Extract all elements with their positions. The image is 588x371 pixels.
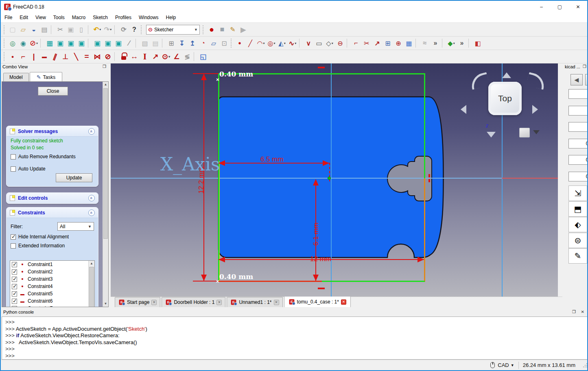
kicad-tool-button[interactable]: ✎ bbox=[568, 248, 587, 264]
sketch-edge-bottom-left[interactable] bbox=[218, 281, 322, 282]
kicad-value-field[interactable] bbox=[568, 172, 588, 181]
fillet-icon[interactable] bbox=[351, 38, 361, 48]
constraints-header[interactable]: Constraints « bbox=[7, 207, 98, 218]
bspline-tools-icon[interactable] bbox=[420, 38, 430, 48]
close-tab-icon[interactable]: ✕ bbox=[216, 300, 222, 305]
constraint-row[interactable]: Constraint4 bbox=[10, 283, 94, 290]
sketch-edge-right-upper[interactable] bbox=[424, 73, 425, 178]
draw-style-icon[interactable] bbox=[29, 38, 39, 48]
virtual-space-icon[interactable] bbox=[473, 38, 483, 48]
trim-icon[interactable] bbox=[362, 38, 372, 48]
toolbar-grip[interactable] bbox=[141, 25, 143, 34]
perpendicular-icon[interactable] bbox=[61, 51, 70, 62]
undo-icon[interactable] bbox=[92, 24, 102, 35]
toolbar-grip[interactable] bbox=[203, 25, 205, 34]
view-bottom-icon[interactable] bbox=[103, 38, 113, 48]
dim-top-offset-label[interactable]: 0.40 mm bbox=[219, 70, 253, 78]
paste-icon[interactable] bbox=[77, 24, 86, 35]
toolbar-grip[interactable] bbox=[4, 52, 6, 61]
kicad-tool-button[interactable]: ⬖ bbox=[568, 217, 587, 232]
nav-up-icon[interactable] bbox=[502, 72, 511, 78]
open-icon[interactable] bbox=[18, 24, 28, 35]
dim-61-label[interactable]: 6.1 mm bbox=[312, 223, 320, 246]
menu-item[interactable]: Windows bbox=[135, 13, 162, 22]
arc-icon[interactable] bbox=[256, 38, 266, 48]
origin-point[interactable] bbox=[328, 177, 331, 180]
run-macro-icon[interactable] bbox=[238, 24, 248, 35]
scroll-down-icon[interactable]: ▼ bbox=[103, 301, 108, 307]
rectangle-icon[interactable] bbox=[314, 38, 324, 48]
h-distance-icon[interactable] bbox=[129, 51, 139, 62]
menu-item[interactable]: View bbox=[32, 13, 50, 22]
lock-icon[interactable] bbox=[119, 51, 129, 62]
cut-icon[interactable] bbox=[55, 24, 65, 35]
nav-left-icon[interactable] bbox=[461, 105, 466, 114]
close-tab-icon[interactable]: ✕ bbox=[151, 300, 157, 305]
scroll-up-icon[interactable]: ▲ bbox=[103, 82, 108, 87]
document-tab[interactable]: F Doorbell Holder : 1 ✕ bbox=[162, 297, 225, 307]
scrollbar-thumb[interactable] bbox=[89, 267, 94, 307]
kicad-tool-button[interactable]: ⇲ bbox=[568, 186, 587, 201]
filter-select[interactable]: All ▼ bbox=[57, 222, 94, 231]
kicad-tool-button[interactable]: ⬒ bbox=[568, 201, 587, 217]
document-tab[interactable]: F Start page ✕ bbox=[115, 297, 160, 307]
document-tab[interactable]: F tomu_0.4_case : 1* ✕ bbox=[284, 296, 351, 307]
radius-icon[interactable] bbox=[161, 51, 171, 62]
symmetric-icon[interactable] bbox=[92, 51, 102, 62]
polygon-icon[interactable] bbox=[325, 38, 334, 48]
menu-item[interactable]: Macro bbox=[68, 13, 89, 22]
resize-grip[interactable] bbox=[583, 363, 588, 368]
sketch-new-icon[interactable] bbox=[166, 38, 176, 48]
constraint-checkbox[interactable] bbox=[12, 262, 17, 267]
tab-tasks[interactable]: ✎ Tasks bbox=[30, 72, 63, 82]
vertical-icon[interactable] bbox=[29, 51, 39, 62]
print-icon[interactable] bbox=[39, 24, 49, 35]
float-panel-icon[interactable]: ❐ bbox=[583, 64, 588, 70]
nav-cube-top-face[interactable]: Top bbox=[488, 82, 522, 115]
part-box-icon[interactable] bbox=[140, 38, 150, 48]
menu-item[interactable]: Profiles bbox=[111, 13, 135, 22]
window-control-button[interactable]: – bbox=[532, 1, 551, 13]
fit-selection-icon[interactable] bbox=[18, 38, 28, 48]
menu-item[interactable]: Help bbox=[162, 13, 180, 22]
auto-remove-redundants-checkbox[interactable] bbox=[11, 154, 16, 159]
measure-icon[interactable] bbox=[124, 38, 134, 48]
close-button[interactable]: Close bbox=[38, 87, 68, 96]
construction-mode-icon[interactable] bbox=[404, 38, 414, 48]
kicad-tool-button[interactable]: ⊜ bbox=[568, 233, 587, 248]
3d-viewport[interactable]: 12.2 mm 6.5 mm 6.1 mm 12 mm 0.40 mm bbox=[111, 63, 558, 297]
part-folder-icon[interactable] bbox=[151, 38, 160, 48]
block-icon[interactable] bbox=[103, 51, 113, 62]
extend-icon[interactable] bbox=[372, 38, 382, 48]
kicad-value-field[interactable] bbox=[568, 89, 588, 99]
expand-more-icon[interactable] bbox=[431, 38, 440, 48]
constraint-checkbox[interactable] bbox=[12, 299, 17, 304]
view-rear-icon[interactable] bbox=[92, 38, 102, 48]
panel-buttons[interactable]: ❐ ✕ bbox=[572, 310, 586, 315]
menu-item[interactable]: Edit bbox=[16, 13, 32, 22]
nav-right-icon[interactable] bbox=[532, 105, 538, 114]
line-icon[interactable] bbox=[245, 38, 255, 48]
document-tab[interactable]: F Unnamed1 : 1* ✕ bbox=[227, 297, 282, 307]
toolbar-grip[interactable] bbox=[4, 25, 6, 34]
menu-item[interactable]: Tools bbox=[50, 13, 68, 22]
x-axis-label[interactable]: X_Axis bbox=[160, 154, 220, 175]
sketch-view-icon[interactable] bbox=[188, 38, 197, 48]
sketch-edge-right-lower[interactable] bbox=[424, 178, 425, 282]
scroll-up-icon[interactable]: ▲ bbox=[89, 261, 94, 266]
dim-65-label[interactable]: 6.5 mm bbox=[260, 155, 284, 164]
view-right-icon[interactable] bbox=[77, 38, 86, 48]
constraint-row[interactable]: Constraint1 bbox=[10, 261, 94, 268]
polyline-icon[interactable] bbox=[304, 38, 313, 48]
collapse-chevron-icon[interactable]: « bbox=[88, 128, 95, 135]
close-tab-icon[interactable]: ✕ bbox=[274, 300, 279, 305]
kicad-value-field[interactable] bbox=[568, 139, 588, 148]
edit-macro-icon[interactable] bbox=[228, 24, 238, 35]
navigation-cube[interactable]: Top z bbox=[475, 80, 540, 145]
python-console-body[interactable]: >>> >>> ActiveSketch = App.ActiveDocumen… bbox=[2, 316, 588, 360]
redo-icon[interactable] bbox=[103, 24, 113, 35]
dim-bottom-offset-label[interactable]: 0.40 mm bbox=[219, 273, 253, 281]
sketch-leave-icon[interactable] bbox=[177, 38, 187, 48]
update-button[interactable]: Update bbox=[56, 173, 92, 182]
snell-icon[interactable] bbox=[182, 51, 192, 62]
